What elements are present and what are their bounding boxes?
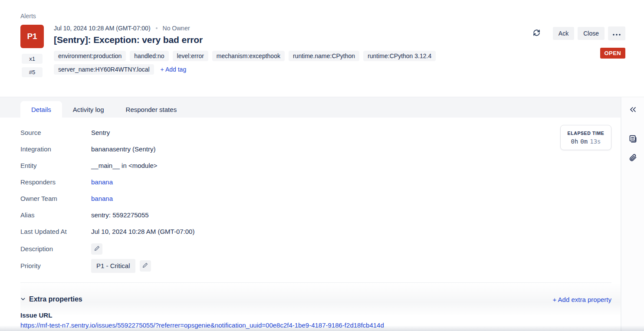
- tag-chip[interactable]: server_name:HY60R4WTNY.local: [54, 64, 154, 75]
- issue-url-link[interactable]: https://mf-test-n7.sentry.io/issues/5592…: [20, 321, 384, 329]
- tab-bar: Details Activity log Responder states: [0, 97, 621, 118]
- detail-row-alias: Alias sentry: 5592275055: [20, 210, 621, 220]
- detail-row-entity: Entity __main__ in <module>: [20, 161, 621, 170]
- field-value: Jul 10, 2024 10:28 AM (GMT-07:00): [91, 227, 194, 236]
- action-buttons-row: Ack Close: [530, 26, 625, 40]
- tab-activity-log[interactable]: Activity log: [62, 101, 115, 118]
- right-rail: [621, 97, 644, 331]
- alert-owner: No Owner: [163, 25, 190, 32]
- add-extra-property-link[interactable]: + Add extra property: [553, 296, 612, 303]
- tag-chip[interactable]: environment:production: [54, 51, 126, 61]
- alert-title: [Sentry]: Exception: very bad error: [54, 35, 530, 45]
- ack-button[interactable]: Ack: [553, 27, 574, 40]
- detail-row-description: Description: [20, 243, 621, 255]
- tab-details[interactable]: Details: [20, 101, 62, 118]
- alert-details-page: Alerts P1 x1 #5 Jul 10, 2024 10:28 AM (G…: [0, 0, 644, 331]
- field-label: Source: [20, 128, 91, 138]
- extra-properties-title: Extra properties: [29, 295, 82, 303]
- status-badge: OPEN: [600, 48, 625, 59]
- paperclip-icon: [628, 153, 637, 163]
- refresh-icon: [532, 29, 541, 38]
- field-value: Sentry: [91, 128, 110, 138]
- elapsed-seconds: 13s: [590, 138, 601, 145]
- tab-responder-states[interactable]: Responder states: [115, 101, 188, 118]
- field-label: Integration: [20, 144, 91, 154]
- dot-separator-icon: [156, 27, 158, 29]
- field-label: Responders: [20, 177, 91, 187]
- tag-chip[interactable]: level:error: [173, 51, 208, 61]
- notes-button[interactable]: [626, 133, 640, 147]
- refresh-button[interactable]: [530, 26, 544, 40]
- priority-badge-column: P1 x1 #5: [20, 25, 44, 77]
- field-label: Last Updated At: [20, 227, 91, 236]
- detail-row-integration: Integration bananasentry (Sentry): [20, 144, 621, 154]
- chevron-down-icon: [20, 295, 26, 303]
- collapse-panel-button[interactable]: [626, 103, 640, 117]
- field-label: Description: [20, 244, 91, 254]
- add-tag-link[interactable]: + Add tag: [161, 66, 187, 73]
- extra-properties-toggle[interactable]: Extra properties: [20, 295, 82, 303]
- content-area: Details Activity log Responder states EL…: [0, 97, 621, 331]
- main-area: Details Activity log Responder states EL…: [0, 97, 644, 331]
- edit-priority-button[interactable]: [140, 260, 151, 272]
- field-value: bananasentry (Sentry): [91, 144, 155, 154]
- field-label: Entity: [20, 161, 91, 170]
- alert-actions: Ack Close OPEN: [530, 25, 644, 77]
- double-chevron-left-icon: [629, 105, 637, 115]
- alert-meta-row: Jul 10, 2024 10:28 AM (GMT-07:00) No Own…: [54, 25, 530, 32]
- elapsed-time-label: ELAPSED TIME: [568, 131, 605, 136]
- field-label: Owner Team: [20, 194, 91, 203]
- tag-list: environment:production handled:no level:…: [54, 51, 488, 75]
- detail-row-priority: Priority P1 - Critical: [20, 260, 621, 272]
- breadcrumb[interactable]: Alerts: [20, 13, 644, 20]
- tag-chip[interactable]: runtime.name:CPython: [289, 51, 359, 61]
- header-main: P1 x1 #5 Jul 10, 2024 10:28 AM (GMT-07:0…: [20, 25, 644, 77]
- pencil-icon: [94, 246, 100, 252]
- alert-header: Alerts P1 x1 #5 Jul 10, 2024 10:28 AM (G…: [0, 0, 644, 97]
- field-label: Alias: [20, 210, 91, 220]
- edit-description-button[interactable]: [91, 243, 102, 255]
- issue-url-label: Issue URL: [20, 311, 611, 319]
- tag-chip[interactable]: mechanism:excepthook: [212, 51, 285, 61]
- detail-row-owner-team: Owner Team banana: [20, 194, 621, 203]
- attachments-button[interactable]: [626, 151, 640, 165]
- details-panel: ELAPSED TIME 0h 0m 13s Source Sentry Int…: [0, 118, 621, 331]
- occurrence-count-badge: x1: [22, 54, 43, 64]
- field-label: Priority: [20, 261, 91, 271]
- priority-badge: P1: [20, 25, 44, 48]
- elapsed-time-value: 0h 0m 13s: [571, 138, 601, 145]
- pencil-icon: [142, 262, 148, 269]
- three-dots-icon: [613, 30, 621, 37]
- alert-number-badge: #5: [22, 67, 43, 77]
- notes-icon: [628, 134, 637, 145]
- extra-properties-section: Extra properties + Add extra property Is…: [20, 283, 621, 329]
- owner-team-link[interactable]: banana: [91, 194, 113, 203]
- alert-title-column: Jul 10, 2024 10:28 AM (GMT-07:00) No Own…: [54, 25, 530, 77]
- extra-properties-header: Extra properties + Add extra property: [20, 283, 611, 303]
- responders-link[interactable]: banana: [91, 177, 113, 187]
- tag-chip[interactable]: runtime:CPython 3.12.4: [363, 51, 436, 61]
- elapsed-time-card: ELAPSED TIME 0h 0m 13s: [560, 125, 611, 150]
- field-value: sentry: 5592275055: [91, 210, 149, 220]
- tag-chip[interactable]: handled:no: [130, 51, 168, 61]
- more-actions-button[interactable]: [608, 26, 625, 40]
- elapsed-hours: 0h: [571, 138, 578, 145]
- detail-row-responders: Responders banana: [20, 177, 621, 187]
- close-button[interactable]: Close: [578, 27, 605, 40]
- detail-row-last-updated: Last Updated At Jul 10, 2024 10:28 AM (G…: [20, 227, 621, 236]
- field-value: __main__ in <module>: [91, 161, 158, 170]
- elapsed-minutes: 0m: [580, 138, 588, 145]
- priority-value-chip: P1 - Critical: [91, 259, 135, 273]
- alert-timestamp: Jul 10, 2024 10:28 AM (GMT-07:00): [54, 25, 151, 32]
- detail-row-source: Source Sentry: [20, 128, 621, 138]
